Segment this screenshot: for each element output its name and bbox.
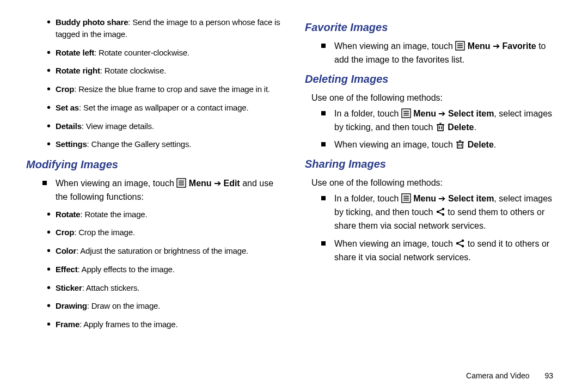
- deleting-images-heading: Deleting Images: [305, 71, 562, 87]
- menu-icon: [401, 108, 411, 118]
- share-icon: [455, 238, 465, 248]
- top-option-list: Buddy photo share: Send the image to a p…: [26, 16, 283, 150]
- list-item: When viewing an image, touch Menu ➔ Edit…: [26, 177, 283, 204]
- sharing-intro: Use one of the following methods:: [311, 176, 562, 189]
- list-item: When viewing an image, touch to send it …: [305, 237, 562, 265]
- share-icon: [436, 207, 445, 217]
- page-number: 93: [544, 371, 553, 380]
- page-content: Buddy photo share: Send the image to a p…: [0, 0, 588, 337]
- modifying-images-heading: Modifying Images: [26, 157, 283, 173]
- list-item: Sticker: Attach stickers.: [26, 282, 283, 294]
- list-item: Rotate right: Rotate clockwise.: [26, 65, 283, 77]
- list-item: Color: Adjust the saturation or brightne…: [26, 245, 283, 257]
- left-column: Buddy photo share: Send the image to a p…: [26, 16, 283, 337]
- list-item: Set as: Set the image as wallpaper or a …: [26, 102, 283, 114]
- right-column: Favorite Images When viewing an image, t…: [305, 16, 562, 337]
- sharing-images-heading: Sharing Images: [305, 156, 562, 172]
- page-footer: Camera and Video 93: [466, 371, 553, 380]
- deleting-list: In a folder, touch Menu ➔ Select item, s…: [305, 107, 562, 152]
- list-item: When viewing an image, touch Delete.: [305, 138, 562, 152]
- list-item: Buddy photo share: Send the image to a p…: [26, 16, 283, 40]
- list-item: Rotate left: Rotate counter-clockwise.: [26, 47, 283, 59]
- sharing-list: In a folder, touch Menu ➔ Select item, s…: [305, 192, 562, 264]
- favorite-list: When viewing an image, touch Menu ➔ Favo…: [305, 40, 562, 67]
- list-item: Rotate: Rotate the image.: [26, 209, 283, 220]
- list-item: Crop: Resize the blue frame to crop and …: [26, 83, 283, 95]
- favorite-images-heading: Favorite Images: [305, 20, 562, 35]
- list-item: In a folder, touch Menu ➔ Select item, s…: [305, 107, 562, 134]
- menu-icon: [401, 193, 411, 203]
- modify-option-list: Rotate: Rotate the image. Crop: Crop the…: [26, 209, 283, 330]
- deleting-intro: Use one of the following methods:: [311, 91, 562, 104]
- menu-icon: [455, 41, 465, 51]
- footer-section: Camera and Video: [466, 371, 529, 380]
- list-item: Details: View image details.: [26, 120, 283, 132]
- list-item: Effect: Apply effects to the image.: [26, 264, 283, 275]
- list-item: Settings: Change the Gallery settings.: [26, 138, 283, 150]
- list-item: When viewing an image, touch Menu ➔ Favo…: [305, 40, 562, 67]
- list-item: Frame: Apply frames to the image.: [26, 318, 283, 330]
- trash-icon: [436, 122, 445, 132]
- list-item: Crop: Crop the image.: [26, 226, 283, 238]
- modifying-intro-list: When viewing an image, touch Menu ➔ Edit…: [26, 177, 283, 204]
- trash-icon: [455, 139, 465, 149]
- menu-icon: [176, 178, 186, 188]
- list-item: Drawing: Draw on the image.: [26, 300, 283, 312]
- list-item: In a folder, touch Menu ➔ Select item, s…: [305, 192, 562, 232]
